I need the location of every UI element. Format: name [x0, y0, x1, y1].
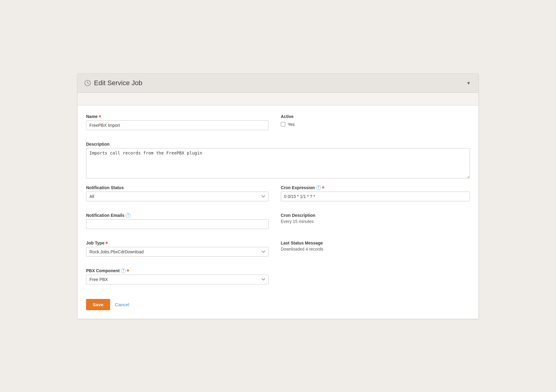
pbx-component-select[interactable]: Free PBX	[86, 275, 269, 284]
cron-expression-label: Cron Expression ?	[281, 185, 470, 190]
last-status-value: Downloaded 4 records	[281, 247, 470, 252]
active-yes-label: Yes	[288, 122, 295, 127]
name-label: Name	[86, 114, 269, 119]
card-header: Edit Service Job ▾	[78, 74, 478, 93]
collapse-button[interactable]: ▾	[465, 79, 472, 87]
cron-help-icon[interactable]: ?	[316, 185, 321, 190]
cron-description-col: Cron Description Every 15 minutes	[281, 213, 470, 234]
job-type-label: Job Type	[86, 241, 269, 245]
card-subheader	[78, 93, 478, 106]
cron-expression-input[interactable]	[281, 192, 470, 201]
notification-status-select[interactable]: All Success Error None	[86, 192, 269, 201]
active-checkbox[interactable]	[281, 122, 285, 127]
notification-emails-col: Notification Emails ?	[86, 213, 269, 234]
cancel-button[interactable]: Cancel	[115, 302, 129, 307]
notification-status-group: Notification Status All Success Error No…	[86, 185, 269, 201]
notification-status-col: Notification Status All Success Error No…	[86, 185, 269, 207]
jobtype-status-row: Job Type Rock.Jobs.PbxCdrDownload Last S…	[86, 241, 470, 262]
name-col: Name	[86, 114, 269, 136]
description-textarea[interactable]: Imports call records from the FreePBX pl…	[86, 148, 470, 179]
clock-icon	[84, 80, 91, 86]
notification-cron-row: Notification Status All Success Error No…	[86, 185, 470, 207]
pbx-component-label: PBX Component ?	[86, 268, 269, 273]
job-type-group: Job Type Rock.Jobs.PbxCdrDownload	[86, 241, 269, 257]
page-title: Edit Service Job	[84, 79, 142, 87]
notification-emails-input[interactable]	[86, 219, 269, 229]
job-type-required-dot	[106, 242, 108, 244]
name-active-row: Name Active Yes	[86, 114, 470, 136]
last-status-col: Last Status Message Downloaded 4 records	[281, 241, 470, 262]
cron-required-dot	[322, 186, 324, 189]
emails-cron-desc-row: Notification Emails ? Cron Description E…	[86, 213, 470, 234]
active-col: Active Yes	[281, 114, 470, 136]
cron-expression-group: Cron Expression ?	[281, 185, 470, 201]
description-label: Description	[86, 142, 470, 147]
cron-expression-col: Cron Expression ?	[281, 185, 470, 207]
cron-description-group: Cron Description Every 15 minutes	[281, 213, 470, 224]
footer-actions: Save Cancel	[86, 296, 470, 311]
active-checkbox-row: Yes	[281, 122, 470, 127]
last-status-group: Last Status Message Downloaded 4 records	[281, 241, 470, 252]
job-type-select[interactable]: Rock.Jobs.PbxCdrDownload	[86, 247, 269, 257]
name-group: Name	[86, 114, 269, 130]
pbx-component-col: PBX Component ? Free PBX	[86, 268, 269, 290]
save-button[interactable]: Save	[86, 299, 110, 310]
active-section: Active Yes	[281, 114, 470, 127]
page-title-text: Edit Service Job	[94, 79, 142, 87]
description-group: Description Imports call records from th…	[86, 142, 470, 180]
last-status-label: Last Status Message	[281, 241, 470, 245]
notification-status-label: Notification Status	[86, 185, 269, 190]
card-body: Name Active Yes Description	[78, 106, 478, 319]
pbx-component-group: PBX Component ? Free PBX	[86, 268, 269, 284]
pbx-right-col	[281, 268, 470, 290]
name-input[interactable]	[86, 120, 269, 130]
cron-description-label: Cron Description	[281, 213, 470, 218]
pbx-component-required-dot	[127, 269, 129, 272]
job-type-col: Job Type Rock.Jobs.PbxCdrDownload	[86, 241, 269, 262]
name-required-dot	[99, 115, 101, 117]
edit-service-job-card: Edit Service Job ▾ Name Active	[77, 73, 479, 319]
active-label: Active	[281, 114, 470, 119]
pbx-row: PBX Component ? Free PBX	[86, 268, 470, 290]
notification-emails-group: Notification Emails ?	[86, 213, 269, 229]
cron-description-value: Every 15 minutes	[281, 219, 470, 224]
notification-emails-label: Notification Emails ?	[86, 213, 269, 218]
chevron-down-icon: ▾	[467, 80, 470, 86]
pbx-component-help-icon[interactable]: ?	[121, 268, 126, 273]
notification-emails-help-icon[interactable]: ?	[126, 213, 130, 218]
